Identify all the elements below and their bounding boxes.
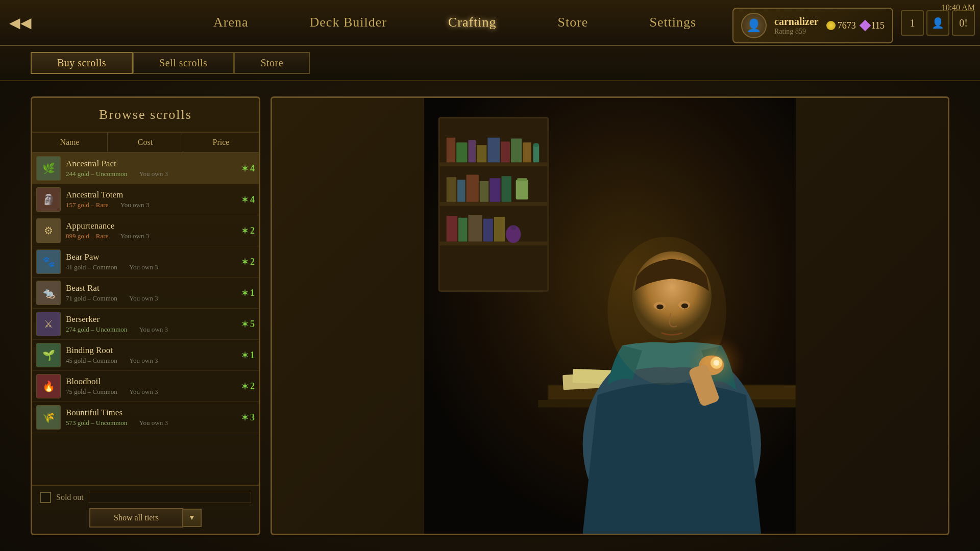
tier-arrow-btn[interactable]: ▼ xyxy=(183,509,202,527)
star-icon: ✶ xyxy=(241,164,248,173)
nav-settings[interactable]: Settings xyxy=(619,10,727,35)
star-icon: ✶ xyxy=(241,257,248,267)
scroll-info: Bloodboil 75 gold – Common You own 3 xyxy=(66,377,237,396)
scroll-info: Beast Rat 71 gold – Common You own 3 xyxy=(66,283,237,303)
scroll-name: Beast Rat xyxy=(66,283,237,293)
col-name[interactable]: Name xyxy=(32,133,108,152)
star-icon: ✶ xyxy=(241,350,248,360)
sold-out-row: Sold out xyxy=(40,492,251,503)
star-icon: ✶ xyxy=(241,413,248,422)
back-icon: ◀◀ xyxy=(9,14,32,31)
list-item[interactable]: 🔥 Bloodboil 75 gold – Common You own 3 ✶… xyxy=(32,371,259,402)
col-price[interactable]: Price xyxy=(183,133,259,152)
svg-rect-22 xyxy=(518,178,527,181)
you-own: You own 3 xyxy=(139,325,168,333)
nav-store[interactable]: Store xyxy=(527,10,619,35)
nav-arena[interactable]: Arena xyxy=(183,10,279,35)
back-button[interactable]: ◀◀ xyxy=(5,7,36,38)
scroll-thumb: 🗿 xyxy=(36,187,61,212)
svg-rect-21 xyxy=(516,180,528,199)
scroll-list[interactable]: 🌿 Ancestral Pact 244 gold – Uncommon You… xyxy=(32,153,259,485)
scroll-count: ✶2 xyxy=(241,381,255,392)
scroll-info: Berserker 274 gold – Uncommon You own 3 xyxy=(66,314,237,334)
avatar-icon[interactable]: 👤 xyxy=(926,10,949,36)
list-item[interactable]: 🌱 Binding Root 45 gold – Common You own … xyxy=(32,340,259,371)
svg-rect-5 xyxy=(447,138,455,163)
profile-card: 👤 carnalizer Rating 859 7673 115 xyxy=(732,8,893,43)
svg-rect-17 xyxy=(467,174,479,202)
svg-rect-9 xyxy=(487,138,500,163)
rating-label: Rating xyxy=(774,28,793,35)
profile-name: carnalizer xyxy=(774,16,819,28)
show-tiers-btn[interactable]: Show all tiers xyxy=(89,508,183,528)
card-preview xyxy=(271,96,949,535)
list-item[interactable]: ⚙ Appurtenance 899 gold – Rare You own 3… xyxy=(32,215,259,246)
time-display: 10:40 AM xyxy=(942,3,975,12)
svg-rect-16 xyxy=(457,180,465,202)
svg-rect-7 xyxy=(468,140,476,162)
sold-out-label: Sold out xyxy=(56,493,84,502)
store-btn[interactable]: Store xyxy=(234,52,310,74)
top-bar: ◀◀ Arena Deck Builder Crafting Store Set… xyxy=(0,0,980,46)
sold-out-checkbox[interactable] xyxy=(40,492,51,503)
gem-icon xyxy=(859,20,871,32)
scroll-name: Ancestral Pact xyxy=(66,159,237,169)
scroll-thumb: 🐾 xyxy=(36,249,61,274)
svg-rect-29 xyxy=(511,226,516,230)
svg-rect-19 xyxy=(489,178,500,202)
sub-nav: Buy scrolls Sell scrolls Store xyxy=(0,46,980,81)
list-item[interactable]: 🐾 Bear Paw 41 gold – Common You own 3 ✶2 xyxy=(32,246,259,278)
scroll-thumb: 🌱 xyxy=(36,343,61,367)
svg-rect-20 xyxy=(501,176,511,202)
exclamation: ! xyxy=(964,17,968,29)
list-item[interactable]: ⚔ Berserker 274 gold – Uncommon You own … xyxy=(32,309,259,340)
scroll-name: Binding Root xyxy=(66,345,237,356)
scroll-meta: 274 gold – Uncommon You own 3 xyxy=(66,325,237,334)
scroll-meta: 45 gold – Common You own 3 xyxy=(66,357,237,365)
avatar: 👤 xyxy=(741,13,767,38)
list-item[interactable]: 🌿 Ancestral Pact 244 gold – Uncommon You… xyxy=(32,153,259,184)
gem-amount: 115 xyxy=(871,20,885,31)
svg-rect-23 xyxy=(447,216,457,241)
scroll-name: Bloodboil xyxy=(66,377,237,387)
svg-rect-8 xyxy=(477,145,486,162)
list-item[interactable]: 🐀 Beast Rat 71 gold – Common You own 3 ✶… xyxy=(32,278,259,309)
scroll-meta: 157 gold – Rare You own 3 xyxy=(66,201,237,209)
scroll-info: Binding Root 45 gold – Common You own 3 xyxy=(66,345,237,365)
notification-count[interactable]: 1 xyxy=(901,10,924,36)
svg-point-14 xyxy=(533,143,540,147)
star-icon: ✶ xyxy=(241,319,248,329)
col-cost[interactable]: Cost xyxy=(108,133,183,152)
scroll-count: ✶4 xyxy=(241,163,255,174)
scroll-name: Berserker xyxy=(66,314,237,324)
svg-rect-6 xyxy=(456,142,467,162)
star-icon: ✶ xyxy=(241,195,248,205)
scroll-count: ✶4 xyxy=(241,194,255,205)
star-icon: ✶ xyxy=(241,226,248,236)
scroll-count: ✶2 xyxy=(241,257,255,267)
svg-rect-26 xyxy=(483,219,493,242)
main-content: Browse scrolls Name Cost Price 🌿 Ancestr… xyxy=(0,81,980,550)
svg-rect-2 xyxy=(439,162,548,166)
svg-rect-10 xyxy=(501,141,510,162)
nav-crafting[interactable]: Crafting xyxy=(418,10,527,35)
buy-scrolls-btn[interactable]: Buy scrolls xyxy=(31,52,133,74)
star-icon: ✶ xyxy=(241,288,248,298)
gold-amount: 7673 xyxy=(838,20,856,31)
sell-scrolls-btn[interactable]: Sell scrolls xyxy=(133,52,234,74)
nav-deck-builder[interactable]: Deck Builder xyxy=(279,10,418,35)
svg-rect-24 xyxy=(458,218,467,242)
svg-rect-18 xyxy=(480,181,488,202)
you-own: You own 3 xyxy=(120,201,149,209)
scroll-thumb: 🐀 xyxy=(36,281,61,305)
svg-rect-15 xyxy=(447,177,456,202)
scroll-thumb: 🔥 xyxy=(36,374,61,398)
svg-point-45 xyxy=(607,237,726,385)
list-item[interactable]: 🗿 Ancestral Totem 157 gold – Rare You ow… xyxy=(32,184,259,215)
scroll-meta: 244 gold – Uncommon You own 3 xyxy=(66,170,237,178)
svg-rect-4 xyxy=(439,241,548,245)
list-item[interactable]: 🌾 Bountiful Times 573 gold – Uncommon Yo… xyxy=(32,402,259,433)
table-header: Name Cost Price xyxy=(32,133,259,153)
currencies: 7673 115 xyxy=(826,20,885,31)
svg-rect-12 xyxy=(523,142,531,162)
